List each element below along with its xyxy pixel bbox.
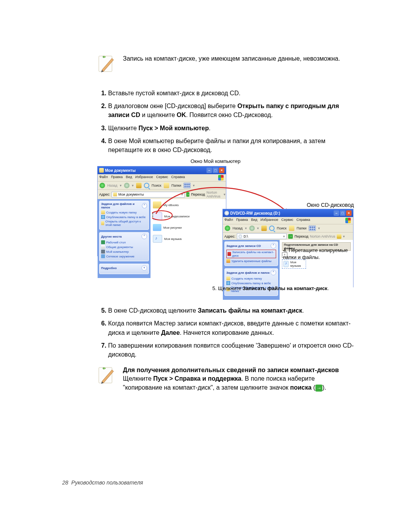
window-body: Задачи для файлов и папок^ Создать новую…: [98, 199, 226, 278]
up-icon[interactable]: [261, 226, 267, 231]
page-number: 28: [62, 479, 68, 486]
chevron-icon[interactable]: v: [142, 265, 147, 271]
menu-favorites[interactable]: Избранное: [261, 218, 278, 223]
panel-head: Подробно: [101, 266, 117, 270]
menu-file[interactable]: Файл: [224, 218, 233, 223]
up-icon[interactable]: [136, 183, 142, 188]
steps-list-2: В окне CD-дисковод щелкните Записать фай…: [97, 306, 354, 359]
maximize-button[interactable]: □: [213, 168, 218, 173]
menu-file[interactable]: Файл: [99, 175, 108, 180]
dragged-folder-label: Моя музыка: [290, 261, 304, 268]
close-button[interactable]: ×: [346, 210, 352, 216]
chevron-icon[interactable]: ^: [142, 203, 147, 208]
note-2-body: Для получения дополнительных сведений по…: [123, 366, 354, 392]
note-pencil-icon: [97, 54, 116, 73]
folder-ebooks[interactable]: My eBooks: [153, 201, 224, 208]
search-icon[interactable]: [269, 226, 275, 231]
place-network[interactable]: Сетевое окружение: [101, 254, 147, 258]
toolbar[interactable]: Назад ▾ ▾ Поиск Папки ▾: [223, 224, 353, 233]
back-label[interactable]: Назад: [107, 184, 117, 187]
music-folder-icon: [153, 235, 162, 243]
pictures-folder-icon: [153, 224, 161, 231]
minimize-button[interactable]: –: [206, 168, 212, 173]
cd-task-delete-temp[interactable]: Удалить временные файлы: [226, 259, 276, 263]
menu-tools[interactable]: Сервис: [156, 175, 168, 180]
go-icon[interactable]: →: [186, 192, 189, 197]
menu-edit[interactable]: Правка: [236, 218, 248, 223]
menu-help[interactable]: Справка: [296, 218, 310, 223]
note-2-heading: Для получения дополнительных сведений по…: [123, 366, 354, 374]
toolbar[interactable]: Назад ▾ ▾ Поиск Папки ▾: [98, 181, 226, 190]
menu-tools[interactable]: Сервис: [281, 218, 293, 223]
folders-label[interactable]: Папки: [297, 226, 306, 230]
task-publish[interactable]: Опубликовать папку в вебе: [226, 281, 276, 285]
chevron-icon[interactable]: ^: [271, 270, 276, 275]
folder-pictures[interactable]: Мои рисунки: [153, 224, 224, 231]
folder-videos[interactable]: Мои видеозаписи: [153, 212, 224, 220]
menu-help[interactable]: Справка: [171, 175, 185, 180]
step-2-d: OK: [177, 112, 186, 118]
window-title: Мои документы: [105, 168, 136, 173]
task-new-folder[interactable]: Создать новую папку: [226, 276, 276, 280]
search-label[interactable]: Поиск: [152, 184, 161, 187]
go-label[interactable]: Переход: [294, 234, 308, 238]
address-bar[interactable]: Адрес: Мои документы ▾ → Переход Norton …: [98, 190, 226, 199]
maximize-button[interactable]: □: [340, 210, 345, 216]
close-button[interactable]: ×: [219, 168, 224, 173]
note-pencil-icon: [97, 366, 116, 385]
forward-icon[interactable]: [124, 183, 130, 188]
menu-edit[interactable]: Правка: [111, 175, 122, 180]
titlebar[interactable]: DVD/CD-RW дисковод (D:) – □ ×: [223, 209, 353, 217]
page-footer: 28 Руководство пользователя: [62, 479, 143, 486]
panel-cd-tasks: Задачи для записи CD^ Записать файлы на …: [224, 241, 278, 266]
place-my-computer[interactable]: Мой компьютер: [101, 250, 147, 254]
task-publish[interactable]: Опубликовать папку в вебе: [101, 215, 147, 219]
forward-icon[interactable]: [249, 226, 255, 231]
dragged-folder[interactable]: Моя музыка: [282, 259, 306, 269]
folder-icon: [99, 168, 104, 173]
folders-icon[interactable]: [289, 226, 294, 231]
task-new-folder[interactable]: Создать новую папку: [101, 210, 147, 214]
titlebar[interactable]: Мои документы – □ ×: [98, 166, 226, 174]
folders-label[interactable]: Папки: [172, 184, 181, 187]
panel-head: Задачи для файлов и папок: [101, 202, 142, 209]
window-my-documents[interactable]: Мои документы – □ × Файл Правка Вид Избр…: [97, 166, 226, 256]
place-desktop[interactable]: Рабочий стол: [101, 240, 147, 244]
step-4: В окне Мой компьютер выберите файлы и па…: [108, 136, 354, 154]
back-icon[interactable]: [100, 183, 105, 188]
menu-favorites[interactable]: Избранное: [135, 175, 153, 180]
cd-task-write[interactable]: Записать файлы на компакт-диск: [226, 250, 276, 258]
chevron-icon[interactable]: ^: [271, 243, 276, 248]
address-input[interactable]: Мои документы ▾: [112, 192, 185, 198]
step-2: В диалоговом окне [CD-дисковод] выберите…: [108, 101, 354, 119]
view-icon[interactable]: [184, 183, 191, 188]
search-label[interactable]: Поиск: [277, 226, 287, 230]
antivirus-icon[interactable]: [337, 234, 341, 239]
menu-view[interactable]: Вид: [251, 218, 257, 223]
antivirus-label[interactable]: Norton AntiVirus: [206, 191, 220, 198]
menu-bar[interactable]: Файл Правка Вид Избранное Сервис Справка: [98, 174, 226, 181]
antivirus-label[interactable]: Norton AntiVirus: [310, 234, 335, 238]
back-label[interactable]: Назад: [233, 226, 243, 230]
search-icon[interactable]: [144, 183, 149, 188]
place-shared-docs[interactable]: Общие документы: [101, 245, 147, 249]
menu-bar[interactable]: Файл Правка Вид Избранное Сервис Справка: [223, 217, 353, 224]
security-shield-icon[interactable]: [345, 218, 351, 223]
disc-icon: [224, 211, 229, 215]
main-pane[interactable]: My eBooks Мои видеозаписи Мои рисунки Мо…: [150, 199, 226, 278]
go-label[interactable]: Переход: [191, 192, 205, 196]
folder-music[interactable]: Моя музыка: [153, 235, 224, 243]
address-label: Адрес:: [224, 234, 235, 238]
step-3-c: .: [209, 125, 210, 131]
folders-icon[interactable]: [164, 183, 169, 188]
task-share[interactable]: Открыть общий доступ к этой папке: [101, 220, 147, 227]
chevron-icon[interactable]: ^: [142, 234, 147, 239]
address-bar[interactable]: Адрес: D:\ ▾ → Переход Norton AntiVirus …: [223, 233, 353, 240]
go-icon[interactable]: →: [288, 234, 293, 239]
address-input[interactable]: D:\ ▾: [237, 233, 287, 239]
security-shield-icon[interactable]: [218, 175, 224, 180]
back-icon[interactable]: [225, 226, 230, 231]
view-icon[interactable]: [309, 226, 316, 231]
menu-view[interactable]: Вид: [126, 175, 132, 180]
minimize-button[interactable]: –: [334, 210, 339, 216]
